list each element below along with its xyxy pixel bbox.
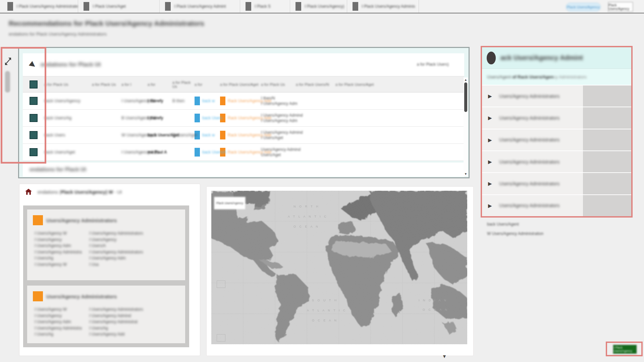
cell-line: Users/Aget	[261, 153, 296, 157]
ocean-label: N O R T H	[293, 205, 320, 208]
map-card: N O R T H A T L A N T I C O C E A N S O …	[206, 186, 474, 356]
tab-3[interactable]: I Plack Users/Agency Admint	[160, 0, 240, 13]
blue-tag-link[interactable]: back Users/A	[202, 150, 226, 155]
row-checkbox[interactable]	[30, 114, 38, 122]
column-header[interactable]: a for	[195, 82, 220, 86]
green-action-button[interactable]: I Plack Users/Agency	[613, 345, 637, 354]
expandable-list-item[interactable]: ▶ Users/Agency Administrators	[482, 195, 631, 216]
blue-tag-link[interactable]: back Users	[202, 116, 222, 120]
map-control[interactable]	[217, 281, 225, 288]
expandable-list-item[interactable]: ▶ Users/Agency Administrators	[482, 173, 631, 194]
disclosure-triangle-icon[interactable]: ▶	[29, 60, 38, 69]
panel-scrollbar[interactable]: ▲ ▼	[464, 77, 468, 176]
detail-line: I Users/Agency W	[35, 261, 89, 268]
cell-line: Users/Agency Admind	[261, 147, 296, 152]
ocean-label: S O U T H	[312, 299, 338, 302]
panel-footer-text: back Users/Agent	[487, 222, 519, 227]
vertical-rail-handle[interactable]	[5, 71, 10, 93]
table-row[interactable]: back Users/Aget I Users/Agency Add me Pa…	[23, 144, 464, 161]
detail-line: I Users/Agency	[35, 313, 89, 319]
orange-marker-icon	[33, 215, 43, 225]
outline-button[interactable]: Plack Users/Agency	[608, 2, 633, 12]
blue-tag-icon	[195, 97, 200, 105]
panel-subheader: Users/Agent of Rack Users/Agency Adminis…	[482, 69, 631, 85]
expand-row-icon[interactable]: ▶	[488, 203, 492, 208]
ocean-label: O C E A N	[293, 225, 319, 228]
panel-title-row: ▶ endations for Plack Ut a for Plack Use…	[23, 53, 464, 76]
table-row[interactable]: back Users/Ag B Users/Agency W I therefy…	[23, 110, 464, 127]
cell-line: I Users/Agency Adm	[261, 101, 296, 106]
map-control[interactable]	[217, 334, 225, 342]
detail-line: I Users/Agency W	[35, 306, 89, 313]
header-checkbox[interactable]	[30, 80, 38, 88]
scroll-up-icon[interactable]: ▲	[464, 78, 468, 82]
detail-line: I Users/Agency W	[35, 230, 89, 237]
expandable-list-item[interactable]: ▶ Users/Agency Administrators	[482, 129, 631, 150]
detail-line: I Usa	[89, 261, 182, 268]
column-header[interactable]: a for Plack Users/Aget	[335, 82, 464, 86]
tab-label: I Plack Users/Agency)	[305, 4, 344, 9]
table-row[interactable]: back Users/Agency I Users/Agency W I the…	[23, 93, 464, 110]
column-header[interactable]: a for Plack Users/N	[296, 82, 335, 86]
cell-name: back Users/Ag	[42, 116, 92, 120]
expand-row-icon[interactable]: ▶	[488, 137, 492, 142]
expandable-list-item[interactable]: ▶ Users/Agency Administrators	[482, 107, 631, 128]
scroll-down-icon[interactable]: ▼	[464, 172, 468, 176]
cell-name: back Users/Agency	[42, 99, 92, 103]
expandable-list-item[interactable]: ▶ Users/Agency Administrators	[482, 151, 631, 172]
cell-name: back Users	[42, 133, 92, 137]
browser-tab-bar: I Plack Users/Agency Administrate I Plac…	[0, 0, 644, 13]
blue-tag-link[interactable]: back w	[202, 133, 215, 137]
row-checkbox[interactable]	[30, 148, 38, 156]
column-header[interactable]: a for Plack Users/Aget	[220, 82, 261, 86]
expand-row-icon[interactable]: ▶	[488, 94, 492, 99]
tab-1[interactable]: I Plack Users/Agency Administrate	[0, 0, 78, 13]
column-header[interactable]: a for I	[121, 82, 148, 86]
caret-down-icon[interactable]: ▼	[442, 354, 447, 359]
details-card: endations (Plack Users/Agency) W - Ut Us…	[19, 184, 200, 356]
scrollbar-thumb[interactable]	[464, 82, 467, 112]
column-header[interactable]: a for	[148, 82, 172, 86]
list-item-side-cell	[583, 173, 631, 194]
detail-line: I Users/Ag	[35, 255, 89, 261]
list-item-label: Users/Agency Administrators	[499, 137, 560, 142]
row-checkbox[interactable]	[30, 131, 38, 139]
detail-line: I Users/Ag	[35, 331, 89, 338]
orange-tag-icon	[220, 131, 225, 139]
tab-favicon	[296, 2, 301, 11]
expandable-list-item[interactable]: ▶ Users/Agency Administrators	[482, 85, 631, 107]
section-header-row: endations for Plack Ut	[23, 163, 464, 177]
details-card-title: endations (Plack Users/Agency) W - Ut	[38, 189, 122, 195]
detail-line: I Users/Agency Adm	[35, 319, 89, 325]
expand-row-icon[interactable]: ▶	[488, 159, 492, 164]
section-title: endations for Plack Ut	[30, 167, 86, 173]
expand-row-icon[interactable]: ▶	[488, 181, 492, 186]
column-header[interactable]: a for Plack Us	[42, 82, 92, 86]
tab-favicon	[7, 2, 13, 11]
detail-line: I Users/Agency Admind	[89, 313, 182, 319]
world-map: N O R T H A T L A N T I C O C E A N S O …	[211, 191, 467, 344]
cell-value: B Users/Agency W	[121, 116, 148, 120]
panel-header: ack Users/Agency Admint	[482, 47, 631, 69]
table-row[interactable]: back Users W Users/Agency A back Users/A…	[23, 127, 464, 144]
details-section: Users/Agency Administrators I Users/Agen…	[27, 286, 185, 343]
row-checkbox[interactable]	[30, 97, 38, 105]
detail-line: I Users/Agency Administra	[35, 325, 89, 331]
tab-5[interactable]: I Plack Users/Agency)	[290, 0, 347, 13]
tab-4[interactable]: I Plack S	[240, 0, 290, 13]
column-header[interactable]: a for Plack Us	[92, 82, 121, 86]
details-section: Users/Agency Administrators I Users/Agen…	[27, 209, 185, 280]
list-item-side-cell	[583, 107, 631, 128]
cell-line: I Users/Agency Adm	[261, 118, 296, 123]
pill-button[interactable]: Plack Users/Agency	[566, 3, 601, 11]
detail-line: I Users/Agency Add	[89, 331, 182, 338]
tab-2[interactable]: I Plack Users/Aget	[78, 0, 160, 13]
expand-row-icon[interactable]: ▶	[488, 115, 492, 120]
expand-icon[interactable]	[4, 56, 12, 66]
cell-line: I Users/Agency Admind	[261, 113, 296, 118]
blue-tag-link[interactable]: back w	[202, 99, 215, 103]
column-header[interactable]: a for Plack Us	[261, 82, 296, 86]
column-header[interactable]: a for Plack Us	[172, 80, 195, 88]
tab-6[interactable]: I Plack Users/Agency Adminis	[347, 0, 419, 13]
cell-value: I Users/Agency Add	[121, 150, 148, 155]
